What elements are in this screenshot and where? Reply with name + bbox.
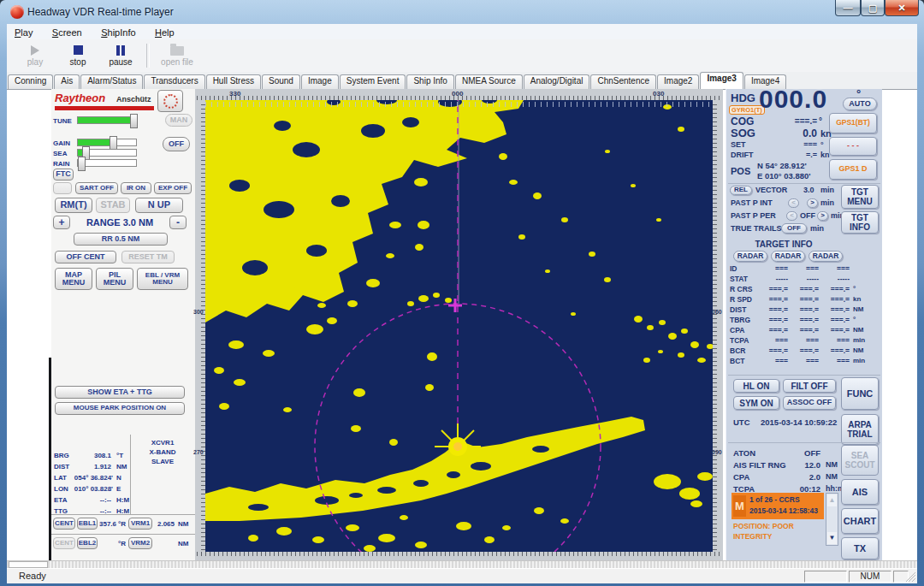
ebl2-button[interactable]: EBL2: [77, 537, 98, 549]
target2-radar-button[interactable]: RADAR: [771, 251, 805, 262]
tab-ship-info[interactable]: Ship Info: [406, 74, 453, 89]
title-bar[interactable]: Headway VDR Real-time Player — ▢ ✕: [0, 0, 924, 24]
off-button[interactable]: OFF: [163, 137, 190, 151]
pos-lon: E 010° 03.880': [757, 171, 811, 181]
target1-radar-button[interactable]: RADAR: [733, 251, 767, 262]
ebl-vrm-menu-button[interactable]: EBL / VRMMENU: [137, 268, 188, 290]
vrm1-button[interactable]: VRM1: [128, 518, 152, 530]
chart-button[interactable]: CHART: [841, 508, 879, 534]
ebl1-button[interactable]: EBL1: [77, 518, 98, 530]
off-cent-button[interactable]: OFF CENT: [55, 251, 116, 263]
toolbar-separator: [146, 44, 150, 68]
cent1-button[interactable]: CENT: [53, 518, 75, 530]
tab-sound[interactable]: Sound: [262, 74, 300, 89]
minimize-button[interactable]: —: [835, 0, 861, 16]
true-trails-toggle[interactable]: OFF: [781, 223, 807, 234]
ais-button[interactable]: AIS: [841, 479, 879, 505]
hl-on-button[interactable]: HL ON: [733, 379, 779, 393]
pos-lat: N 54° 28.912': [757, 161, 807, 170]
menu-play[interactable]: Play: [7, 26, 40, 38]
past-int-inc-button[interactable]: >: [807, 198, 818, 208]
scale-label-270: 270: [193, 449, 204, 455]
ebl1-bearing: 357.6: [99, 520, 116, 528]
past-pos-per-label: PAST P PER: [731, 211, 776, 220]
target3-radar-button[interactable]: RADAR: [808, 251, 843, 262]
ppi-bearing-ticks: [205, 102, 713, 107]
menu-screen[interactable]: Screen: [44, 26, 90, 38]
show-eta-ttg-button[interactable]: SHOW ETA + TTG: [55, 386, 185, 399]
tab-alarm-status[interactable]: Alarm/Status: [80, 74, 143, 89]
gain-slider[interactable]: [77, 139, 137, 146]
close-button[interactable]: ✕: [885, 0, 919, 16]
tab-chnsentence[interactable]: ChnSentence: [590, 74, 656, 89]
filt-off-button[interactable]: FILT OFF: [783, 379, 836, 393]
radar-logo-button[interactable]: [157, 90, 183, 112]
tab-nmea-source[interactable]: NMEA Source: [455, 74, 523, 89]
cog-label: COG: [731, 115, 754, 127]
assoc-off-button[interactable]: ASSOC OFF: [783, 396, 836, 410]
tab-image[interactable]: Image: [301, 74, 339, 89]
scale-label-300: 300: [193, 309, 204, 315]
scroll-down-icon[interactable]: ▼: [827, 532, 837, 544]
exp-off-button[interactable]: EXP OFF: [154, 182, 192, 194]
sea-slider[interactable]: [77, 149, 137, 157]
own-ship-echo-core: [453, 442, 462, 451]
set-unit: °: [820, 140, 824, 149]
ftc-button[interactable]: FTC: [53, 169, 74, 181]
scroll-up-icon[interactable]: ▲: [827, 494, 837, 506]
vrm2-button[interactable]: VRM2: [128, 537, 152, 549]
ir-on-button[interactable]: IR ON: [121, 182, 151, 194]
bearing-ruler-bottom: [195, 552, 723, 560]
stop-icon: [74, 45, 83, 55]
scale-label-060: 060: [712, 309, 722, 315]
hscroll-thumb[interactable]: [9, 561, 48, 568]
stab-button: STAB: [96, 198, 130, 213]
tgt-menu-button[interactable]: TGTMENU: [841, 185, 879, 209]
tab-system-event[interactable]: System Event: [340, 74, 406, 89]
rm-t-button[interactable]: RM(T): [55, 198, 92, 213]
gps1-bt-button[interactable]: GPS1(BT): [829, 113, 877, 133]
n-up-button[interactable]: N UP: [135, 198, 183, 213]
pil-menu-button[interactable]: PILMENU: [96, 268, 133, 290]
func-button[interactable]: FUNC: [841, 377, 879, 410]
tab-hull-stress[interactable]: Hull Stress: [206, 74, 261, 89]
brand-underline: [55, 106, 154, 110]
radar-ppi[interactable]: [205, 100, 713, 552]
alarm-scrollbar[interactable]: ▲ ▼: [826, 493, 838, 546]
auto-button[interactable]: AUTO: [843, 98, 877, 110]
tab-image3[interactable]: Image3: [700, 72, 743, 89]
tab-analog-digital[interactable]: Analog/Digital: [524, 74, 590, 89]
status-pane-1: [804, 571, 847, 583]
mouse-park-button[interactable]: MOUSE PARK POSITION ON: [55, 402, 185, 415]
arpa-trial-button[interactable]: ARPATRIAL: [841, 414, 879, 445]
maximize-button[interactable]: ▢: [861, 0, 885, 16]
tab-ais[interactable]: Ais: [54, 74, 80, 89]
tab-conning[interactable]: Conning: [8, 74, 53, 89]
dash-source-button[interactable]: - - -: [829, 137, 877, 156]
sym-on-button[interactable]: SYM ON: [733, 396, 779, 410]
sart-off-button[interactable]: SART OFF: [75, 182, 118, 194]
past-per-inc-button[interactable]: >: [817, 211, 828, 221]
range-rings-button[interactable]: RR 0.5 NM: [74, 233, 168, 246]
tune-slider[interactable]: [77, 116, 137, 124]
tgt-info-button[interactable]: TGTINFO: [841, 211, 879, 234]
tab-transducers[interactable]: Transducers: [144, 74, 204, 89]
stop-button[interactable]: stop: [58, 42, 98, 69]
map-menu-button[interactable]: MAPMENU: [55, 268, 92, 290]
tx-button[interactable]: TX: [841, 537, 879, 559]
tab-image2[interactable]: Image2: [657, 74, 699, 89]
menu-help[interactable]: Help: [147, 26, 182, 38]
range-plus-button[interactable]: +: [53, 216, 70, 229]
resize-grip[interactable]: [905, 571, 915, 582]
alarm-list[interactable]: M 1 of 26 - CCRS 2015-03-14 12:58:43 POS…: [732, 493, 824, 546]
rain-slider[interactable]: [77, 159, 137, 167]
rel-vector-toggle[interactable]: REL: [730, 186, 752, 195]
vector-label: VECTOR: [755, 186, 787, 194]
range-minus-button[interactable]: -: [169, 216, 187, 229]
ais-filt-value: 12.0: [778, 460, 820, 470]
alarm-index: 1 of 26 - CCRS: [749, 495, 800, 504]
pause-button[interactable]: pause: [101, 42, 140, 69]
menu-shipinfo[interactable]: ShipInfo: [93, 26, 143, 38]
play-button: play: [15, 42, 55, 69]
gps1-d-button[interactable]: GPS1 D: [829, 159, 877, 180]
